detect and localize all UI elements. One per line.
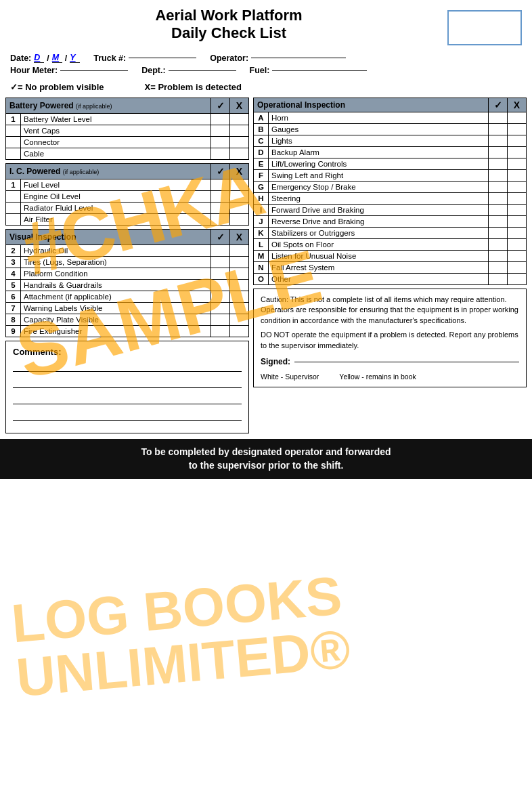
x-cell[interactable] <box>508 158 527 170</box>
check-cell[interactable] <box>489 193 508 205</box>
x-cell[interactable] <box>230 114 249 125</box>
table-row: ELift/Lowering Controls <box>254 158 527 170</box>
check-cell[interactable] <box>489 158 508 170</box>
check-cell[interactable] <box>489 251 508 262</box>
check-cell[interactable] <box>211 191 230 203</box>
x-cell[interactable] <box>508 262 527 274</box>
x-cell[interactable] <box>508 182 527 193</box>
x-cell[interactable] <box>230 214 249 226</box>
check-cell[interactable] <box>211 280 230 291</box>
date-y[interactable]: Y <box>70 53 80 63</box>
check-cell[interactable] <box>211 291 230 303</box>
row-number: J <box>254 216 269 228</box>
x-cell[interactable] <box>508 147 527 158</box>
x-cell[interactable] <box>508 205 527 216</box>
info-section: Date: D / M / Y Truck #: Operator: Hour … <box>0 49 532 79</box>
check-cell[interactable] <box>211 257 230 268</box>
x-cell[interactable] <box>230 314 249 326</box>
truck-value[interactable] <box>129 58 196 58</box>
operator-value[interactable] <box>251 58 346 58</box>
row-number: 6 <box>6 291 21 303</box>
comment-line-4[interactable] <box>13 411 242 421</box>
check-cell[interactable] <box>489 170 508 182</box>
x-cell[interactable] <box>508 124 527 135</box>
row-label: Horn <box>269 112 489 124</box>
signed-value[interactable] <box>294 362 519 362</box>
x-cell[interactable] <box>230 257 249 268</box>
x-cell[interactable] <box>230 125 249 137</box>
row-label: Emergency Stop / Brake <box>269 182 489 193</box>
check-cell[interactable] <box>211 137 230 148</box>
check-cell[interactable] <box>489 112 508 124</box>
row-label: Gauges <box>269 124 489 135</box>
x-cell[interactable] <box>230 268 249 280</box>
x-cell[interactable] <box>508 228 527 239</box>
x-cell[interactable] <box>508 112 527 124</box>
table-row: BGauges <box>254 124 527 135</box>
check-cell[interactable] <box>489 147 508 158</box>
x-cell[interactable] <box>508 239 527 251</box>
check-cell[interactable] <box>211 203 230 214</box>
date-m[interactable]: M <box>52 53 62 63</box>
table-row: 4Platform Condition <box>6 268 249 280</box>
dept-value[interactable] <box>169 70 236 71</box>
x-cell[interactable] <box>230 148 249 160</box>
header-box[interactable] <box>447 10 522 45</box>
x-cell[interactable] <box>230 137 249 148</box>
fuel-value[interactable] <box>272 70 367 71</box>
check-cell[interactable] <box>489 228 508 239</box>
check-cell[interactable] <box>489 239 508 251</box>
x-cell[interactable] <box>230 191 249 203</box>
check-cell[interactable] <box>489 205 508 216</box>
comment-line-3[interactable] <box>13 395 242 404</box>
row-label: Warning Labels Visible <box>21 303 211 314</box>
operational-x-header: X <box>508 98 527 112</box>
hour-meter-value[interactable] <box>60 70 128 71</box>
check-cell[interactable] <box>489 262 508 274</box>
x-cell[interactable] <box>230 179 249 191</box>
row-label: Battery Water Level <box>21 114 211 125</box>
check-cell[interactable] <box>211 179 230 191</box>
x-cell[interactable] <box>508 135 527 147</box>
x-cell[interactable] <box>230 291 249 303</box>
x-cell[interactable] <box>508 251 527 262</box>
comment-line-1[interactable] <box>13 362 242 372</box>
x-legend: X= Problem is detected <box>145 82 242 92</box>
check-cell[interactable] <box>211 245 230 257</box>
ic-table: I. C. Powered (if applicable) ✓ X 1Fuel … <box>5 163 249 226</box>
check-cell[interactable] <box>211 125 230 137</box>
x-cell[interactable] <box>508 274 527 285</box>
check-cell[interactable] <box>211 326 230 337</box>
x-cell[interactable] <box>230 280 249 291</box>
legend-row: ✓= No problem visible X= Problem is dete… <box>0 79 532 95</box>
check-cell[interactable] <box>489 182 508 193</box>
table-row: 2Hydraulic Oil <box>6 245 249 257</box>
x-cell[interactable] <box>230 203 249 214</box>
check-cell[interactable] <box>211 148 230 160</box>
x-cell[interactable] <box>230 326 249 337</box>
check-cell[interactable] <box>211 114 230 125</box>
check-cell[interactable] <box>489 274 508 285</box>
check-cell[interactable] <box>211 268 230 280</box>
table-row: 1Fuel Level <box>6 179 249 191</box>
x-cell[interactable] <box>230 303 249 314</box>
main-content: Battery Powered (if applicable) ✓ X 1Bat… <box>0 98 532 433</box>
check-cell[interactable] <box>211 214 230 226</box>
check-cell[interactable] <box>489 124 508 135</box>
x-cell[interactable] <box>508 193 527 205</box>
table-row: Connector <box>6 137 249 148</box>
row-number: K <box>254 228 269 239</box>
x-cell[interactable] <box>508 216 527 228</box>
x-cell[interactable] <box>508 170 527 182</box>
row-number: L <box>254 239 269 251</box>
visual-x-header: X <box>230 230 249 245</box>
check-cell[interactable] <box>489 216 508 228</box>
check-cell[interactable] <box>489 135 508 147</box>
check-cell[interactable] <box>211 314 230 326</box>
date-d[interactable]: D <box>34 53 44 63</box>
battery-x-header: X <box>230 98 249 114</box>
header: Aerial Work Platform Daily Check List <box>0 0 532 49</box>
x-cell[interactable] <box>230 245 249 257</box>
comment-line-2[interactable] <box>13 379 242 388</box>
check-cell[interactable] <box>211 303 230 314</box>
